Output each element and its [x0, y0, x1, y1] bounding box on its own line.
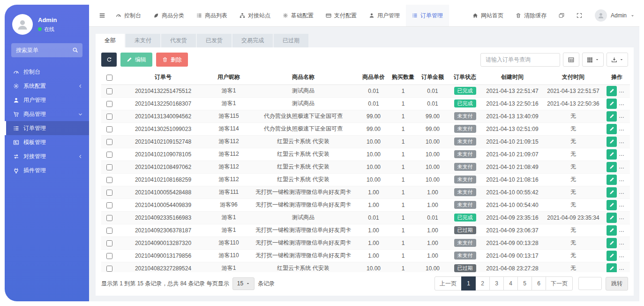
- user-menu[interactable]: Admin: [588, 5, 636, 26]
- row-checkbox[interactable]: [106, 228, 112, 234]
- export-button[interactable]: [607, 53, 628, 67]
- page-button-6[interactable]: 6: [532, 276, 546, 291]
- row-checkbox[interactable]: [106, 139, 112, 145]
- row-edit-button[interactable]: [607, 225, 617, 236]
- row-edit-button[interactable]: [607, 263, 617, 273]
- row-checkbox[interactable]: [106, 190, 112, 196]
- select-all-checkbox[interactable]: [106, 75, 112, 81]
- topnav-item-user-management[interactable]: 用户管理: [363, 5, 406, 26]
- gear-icon: [283, 13, 288, 18]
- sidebar-item-label: 插件管理: [23, 167, 46, 175]
- list-icon: [196, 13, 202, 18]
- row-edit-button[interactable]: [607, 86, 617, 96]
- cell-amount: 1.00: [417, 186, 448, 199]
- sidebar-item-order-management[interactable]: 订单管理: [5, 121, 89, 135]
- row-edit-button[interactable]: [607, 149, 617, 160]
- pencil-icon: [609, 266, 614, 271]
- tab-shipped[interactable]: 已发货: [197, 34, 232, 47]
- sidebar-item-label: 对接管理: [23, 153, 46, 161]
- topnav-item-site-home[interactable]: 网站首页: [466, 5, 509, 26]
- topnav-item-fullscreen[interactable]: [570, 5, 588, 26]
- row-checkbox[interactable]: [106, 88, 112, 94]
- topnav-item-basic-config[interactable]: 基础配置: [277, 5, 320, 26]
- topnav-item-order-management[interactable]: 订单管理: [406, 5, 449, 26]
- sidebar-item-template-management[interactable]: 模板管理: [5, 135, 89, 149]
- prev-page-button[interactable]: 上一页: [434, 276, 462, 291]
- cell-nickname: 游客1: [209, 262, 248, 272]
- row-edit-button[interactable]: [607, 200, 617, 210]
- row-edit-button[interactable]: [607, 238, 617, 248]
- topnav-item-images[interactable]: [553, 5, 570, 26]
- row-checkbox[interactable]: [106, 164, 112, 170]
- status-badge: 未支付: [454, 125, 476, 133]
- table-footer: 显示第 1 到第 15 条记录，总共 84 条记录 每页显示 15 条记录 上一…: [96, 272, 634, 296]
- sidebar-item-integration-management[interactable]: 对接管理: [5, 149, 89, 163]
- page-button-5[interactable]: 5: [517, 276, 532, 291]
- tab-to-ship[interactable]: 代发货: [161, 34, 196, 47]
- row-edit-button[interactable]: [607, 137, 617, 147]
- status-badge: 已完成: [454, 87, 476, 95]
- row-edit-button[interactable]: [607, 187, 617, 198]
- row-checkbox[interactable]: [106, 266, 112, 272]
- sidebar-item-plugin-management[interactable]: 插件管理: [5, 163, 89, 177]
- refresh-button[interactable]: [101, 53, 117, 67]
- sidebar-item-product-management[interactable]: 商品管理: [5, 107, 89, 121]
- row-edit-button[interactable]: [607, 251, 617, 261]
- row-checkbox[interactable]: [106, 240, 112, 246]
- row-edit-button[interactable]: [607, 162, 617, 172]
- navbar-user-name: Admin: [611, 12, 627, 19]
- topnav-item-dashboard[interactable]: 控制台: [110, 5, 147, 26]
- row-edit-button[interactable]: [607, 111, 617, 122]
- page-button-1[interactable]: 1: [461, 276, 476, 291]
- sidebar-item-dashboard[interactable]: 控制台: [5, 65, 89, 79]
- topnav-item-clear-cache[interactable]: 清除缓存: [509, 5, 553, 26]
- row-checkbox[interactable]: [106, 152, 112, 158]
- cell-amount: 10.00: [417, 161, 448, 173]
- pencil-icon: [609, 152, 614, 157]
- delete-button[interactable]: 删除: [156, 53, 188, 67]
- table-row: 202104131340094562游客115代办营业执照极速下证全国可查99.…: [101, 110, 630, 122]
- row-checkbox[interactable]: [106, 177, 112, 183]
- edit-button[interactable]: 编辑: [120, 53, 152, 67]
- page-button-4[interactable]: 4: [503, 276, 518, 291]
- sidebar-item-user-management[interactable]: 用户管理: [5, 93, 89, 107]
- page-button-2[interactable]: 2: [475, 276, 490, 291]
- page-size-select[interactable]: 15: [232, 277, 255, 290]
- tab-all[interactable]: 全部: [96, 34, 125, 47]
- row-edit-button[interactable]: [607, 175, 617, 185]
- page-button-3[interactable]: 3: [489, 276, 504, 291]
- toggle-view-button[interactable]: [563, 53, 579, 67]
- navbar-avatar: [595, 9, 607, 22]
- tab-unpaid[interactable]: 未支付: [126, 34, 160, 47]
- tab-completed[interactable]: 交易完成: [232, 34, 273, 47]
- topnav-item-label: 基础配置: [291, 12, 314, 20]
- jump-page-input[interactable]: [578, 277, 602, 290]
- main-area: 控制台商品分类商品列表对接站点基础配置支付配置用户管理订单管理 网站首页清除缓存…: [89, 5, 639, 301]
- row-checkbox[interactable]: [106, 253, 112, 259]
- row-checkbox[interactable]: [106, 202, 112, 208]
- column-header: 订单状态: [448, 70, 482, 84]
- sidebar-item-label: 控制台: [23, 68, 40, 76]
- row-checkbox[interactable]: [106, 114, 112, 120]
- sidebar-item-system-config[interactable]: 系统配置: [5, 79, 89, 93]
- order-search-input[interactable]: [480, 53, 560, 67]
- jump-button[interactable]: 跳转: [606, 277, 628, 291]
- next-page-button[interactable]: 下一页: [546, 276, 573, 291]
- topnav-item-payment-config[interactable]: 支付配置: [320, 5, 363, 26]
- tab-expired[interactable]: 已过期: [274, 34, 308, 47]
- cell-amount: 1.00: [417, 199, 448, 211]
- cell-price: 10.00: [358, 148, 389, 161]
- row-checkbox[interactable]: [106, 215, 112, 221]
- cart-icon: [13, 111, 19, 117]
- row-edit-button[interactable]: [607, 213, 617, 223]
- cell-amount: 1.00: [417, 237, 448, 249]
- row-edit-button[interactable]: [607, 124, 617, 134]
- row-checkbox[interactable]: [106, 101, 112, 107]
- columns-button[interactable]: [582, 53, 604, 67]
- row-edit-button[interactable]: [607, 99, 617, 109]
- topnav-item-integration-site[interactable]: 对接站点: [233, 5, 277, 26]
- row-checkbox[interactable]: [106, 126, 112, 132]
- topnav-item-product-category[interactable]: 商品分类: [147, 5, 190, 26]
- topnav-item-product-list[interactable]: 商品列表: [190, 5, 233, 26]
- sidebar-toggle-button[interactable]: [95, 5, 110, 26]
